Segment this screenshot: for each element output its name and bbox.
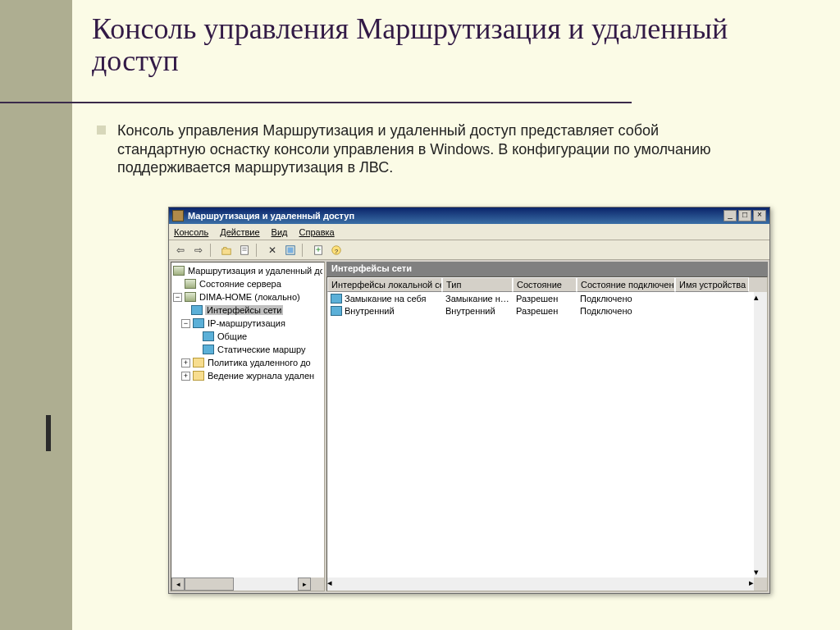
host-icon bbox=[185, 292, 196, 302]
server-icon bbox=[173, 266, 185, 276]
tree-label: Ведение журнала удален bbox=[207, 371, 315, 381]
cell-type: Замыкание н… bbox=[442, 294, 513, 304]
properties-button[interactable] bbox=[236, 242, 253, 258]
server-status-icon bbox=[185, 279, 196, 289]
up-button[interactable] bbox=[218, 242, 235, 258]
col-interface[interactable]: Интерфейсы локальной сети и … bbox=[327, 277, 442, 292]
menu-view[interactable]: Вид bbox=[272, 227, 288, 237]
col-state[interactable]: Состояние bbox=[513, 277, 577, 292]
slide-left-band bbox=[0, 0, 72, 630]
titlebar[interactable]: Маршрутизация и удаленный доступ _ □ × bbox=[169, 208, 769, 224]
svg-text:?: ? bbox=[335, 247, 339, 254]
tree-label: DIMA-HOME (локально) bbox=[199, 292, 301, 302]
col-type[interactable]: Тип bbox=[442, 277, 513, 292]
tree-label: Интерфейсы сети bbox=[205, 305, 283, 315]
general-icon bbox=[203, 331, 214, 341]
tree-hscroll[interactable]: ◂ ▸ bbox=[171, 578, 311, 591]
cell-type: Внутренний bbox=[442, 306, 513, 316]
network-icon bbox=[191, 305, 203, 315]
expand-icon[interactable]: + bbox=[181, 358, 190, 368]
back-button[interactable]: ⇦ bbox=[172, 242, 189, 258]
tree-item-logging[interactable]: + Ведение журнала удален bbox=[173, 369, 322, 382]
tree-label: Политика удаленного до bbox=[207, 358, 312, 368]
tree-item-iprouting[interactable]: − IP-маршрутизация bbox=[173, 317, 322, 330]
forward-button[interactable]: ⇨ bbox=[190, 242, 207, 258]
scroll-corner bbox=[754, 578, 767, 591]
expand-icon[interactable]: + bbox=[181, 372, 190, 381]
restore-button[interactable]: □ bbox=[738, 210, 751, 221]
list-row[interactable]: Замыкание на себя Замыкание н… Разрешен … bbox=[327, 292, 767, 304]
scroll-right-icon[interactable]: ▸ bbox=[298, 578, 311, 591]
static-icon bbox=[203, 345, 214, 354]
toolbar-sep bbox=[210, 244, 215, 257]
toolbar-sep2 bbox=[256, 244, 261, 257]
tree-label: Статические маршру bbox=[217, 345, 307, 354]
list-hscroll[interactable]: ◂ ▸ bbox=[327, 578, 754, 591]
window-title: Маршрутизация и удаленный доступ bbox=[188, 211, 724, 221]
toolbar-sep3 bbox=[302, 244, 307, 257]
app-icon bbox=[172, 210, 184, 221]
cell-state: Разрешен bbox=[513, 306, 577, 316]
mmc-window: Маршрутизация и удаленный доступ _ □ × К… bbox=[168, 207, 770, 594]
loopback-icon bbox=[331, 294, 342, 304]
tree-item-status[interactable]: Состояние сервера bbox=[173, 277, 322, 290]
tree-item-general[interactable]: Общие bbox=[173, 330, 322, 343]
collapse-icon[interactable]: − bbox=[173, 293, 182, 302]
tree-label: IP-маршрутизация bbox=[207, 318, 286, 328]
list-title: Интерфейсы сети bbox=[326, 262, 768, 276]
close-button[interactable]: × bbox=[753, 210, 766, 221]
tree-root-label: Маршрутизация и удаленный до bbox=[187, 266, 322, 276]
scroll-up-icon[interactable]: ▴ bbox=[754, 292, 767, 303]
list-pane: Интерфейсы сети Интерфейсы локальной сет… bbox=[326, 262, 768, 591]
scroll-down-icon[interactable]: ▾ bbox=[754, 567, 767, 578]
toolbar: ⇦ ⇨ ✕ ? bbox=[169, 240, 769, 260]
scroll-left-icon[interactable]: ◂ bbox=[171, 578, 185, 591]
slide-bullet: Консоль управления Маршрутизация и удале… bbox=[97, 121, 728, 177]
svg-rect-5 bbox=[288, 247, 294, 253]
internal-icon bbox=[331, 306, 342, 316]
menubar: Консоль Действие Вид Справка bbox=[169, 224, 769, 240]
slide-divider bbox=[0, 102, 632, 103]
cell-name: Внутренний bbox=[345, 306, 395, 316]
tree-label: Состояние сервера bbox=[199, 279, 282, 289]
tree-root[interactable]: Маршрутизация и удаленный до bbox=[173, 264, 322, 277]
bullet-icon bbox=[97, 126, 106, 135]
cell-state: Разрешен bbox=[513, 294, 577, 304]
tree-item-host[interactable]: − DIMA-HOME (локально) bbox=[173, 290, 322, 304]
folder-icon bbox=[193, 358, 204, 368]
tree-item-static[interactable]: Статические маршру bbox=[173, 343, 322, 356]
tree-item-interfaces[interactable]: Интерфейсы сети bbox=[173, 304, 322, 317]
help-button[interactable]: ? bbox=[328, 242, 345, 258]
routing-icon bbox=[193, 318, 204, 328]
tree-label: Общие bbox=[217, 331, 248, 341]
minimize-button[interactable]: _ bbox=[724, 210, 737, 221]
refresh-button[interactable] bbox=[282, 242, 299, 258]
scroll-corner bbox=[311, 578, 324, 591]
tree-item-policy[interactable]: + Политика удаленного до bbox=[173, 356, 322, 369]
tree-pane: Маршрутизация и удаленный до Состояние с… bbox=[171, 262, 325, 591]
bullet-text: Консоль управления Маршрутизация и удале… bbox=[117, 121, 728, 177]
export-button[interactable] bbox=[310, 242, 326, 258]
menu-action[interactable]: Действие bbox=[220, 227, 259, 237]
folder-icon bbox=[193, 371, 204, 381]
slide-title: Консоль управления Маршрутизация и удале… bbox=[92, 13, 765, 77]
col-connstate[interactable]: Состояние подключения bbox=[577, 277, 675, 292]
scroll-thumb[interactable] bbox=[185, 578, 234, 591]
svg-rect-0 bbox=[222, 249, 231, 254]
column-headers: Интерфейсы локальной сети и … Тип Состоя… bbox=[327, 277, 767, 292]
cell-conn: Подключено bbox=[577, 306, 675, 316]
delete-button[interactable]: ✕ bbox=[264, 242, 281, 258]
collapse-icon[interactable]: − bbox=[181, 319, 190, 328]
menu-console[interactable]: Консоль bbox=[174, 227, 208, 237]
cell-name: Замыкание на себя bbox=[345, 294, 427, 304]
list-vscroll[interactable]: ▴ ▾ bbox=[754, 292, 767, 578]
list-row[interactable]: Внутренний Внутренний Разрешен Подключен… bbox=[327, 304, 767, 317]
col-device[interactable]: Имя устройства bbox=[675, 277, 749, 292]
slide-accent bbox=[46, 415, 51, 451]
menu-help[interactable]: Справка bbox=[299, 227, 335, 237]
cell-conn: Подключено bbox=[577, 294, 675, 304]
